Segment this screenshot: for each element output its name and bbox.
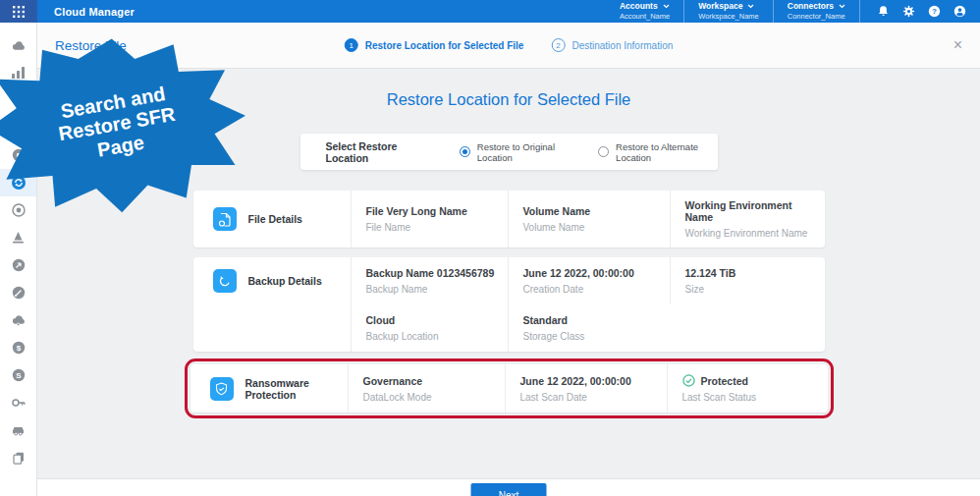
- sidebar-item-classification[interactable]: [0, 141, 36, 169]
- chevron-down-icon: [839, 4, 845, 9]
- last-scan-date-value: June 12 2022, 00:00:00: [520, 375, 659, 387]
- field-creation-date: June 12 2022, 00:00:00 Creation Date: [508, 257, 670, 304]
- file-restore-icon: [213, 207, 237, 231]
- field-backup-name: Backup Name 0123456789 Backup Name: [351, 257, 508, 304]
- backup-location-caption: Backup Location: [366, 331, 500, 342]
- volume-name-caption: Volume Name: [523, 222, 662, 233]
- backup-details-card: Backup Details Backup Name 0123456789 Ba…: [193, 257, 825, 352]
- shield-icon: [13, 93, 25, 107]
- sidebar-item-observability[interactable]: [0, 279, 36, 306]
- workspace-menu-value: Workspace_Name: [698, 12, 759, 21]
- workspace-menu[interactable]: Workspace Workspace_Name: [683, 0, 773, 23]
- close-icon[interactable]: ×: [953, 37, 962, 53]
- bar-chart-icon: [12, 67, 25, 79]
- help-icon: ?: [928, 5, 941, 18]
- key-icon: [12, 397, 26, 409]
- migration-icon: [12, 258, 26, 272]
- wizard-title: Restore File: [55, 38, 127, 53]
- sidebar-item-protection[interactable]: [0, 86, 36, 114]
- accounts-menu[interactable]: Accounts Account_Name: [606, 0, 683, 23]
- sidebar-item-compliance[interactable]: [0, 114, 36, 141]
- backup-name-caption: Backup Name: [366, 284, 500, 295]
- last-scan-date-caption: Last Scan Date: [520, 392, 659, 403]
- svg-text:S: S: [16, 371, 22, 380]
- grid-icon: [13, 6, 25, 18]
- sidebar-item-tiering[interactable]: [0, 224, 36, 251]
- main-content: Restore Location for Selected File Selec…: [37, 69, 980, 496]
- check-circle-icon: [682, 374, 695, 387]
- field-file-name: File Very Long Name File Name: [351, 191, 508, 248]
- user-icon: [953, 5, 966, 18]
- sidebar-item-backup-restore-active[interactable]: [0, 169, 36, 196]
- classification-icon: [12, 148, 26, 162]
- sidebar-item-savings[interactable]: S: [0, 361, 36, 389]
- settings-button[interactable]: [896, 0, 921, 23]
- radio-restore-alternate-label: Restore to Alternate Location: [616, 141, 717, 163]
- sidebar-item-reports[interactable]: [0, 59, 36, 86]
- sidebar-item-migration[interactable]: [0, 251, 36, 279]
- step-2-destination[interactable]: 2 Destination Information: [551, 38, 673, 52]
- field-working-environment: Working Environment Name Working Environ…: [670, 191, 825, 248]
- savings-icon: S: [12, 368, 26, 382]
- step-1-restore-location[interactable]: 1 Restore Location for Selected File: [345, 38, 524, 52]
- field-last-scan-date: June 12 2022, 00:00:00 Last Scan Date: [505, 364, 667, 413]
- svg-text:?: ?: [932, 7, 937, 16]
- next-button[interactable]: Next: [471, 483, 547, 496]
- radio-unselected-icon[interactable]: [598, 146, 609, 157]
- ransomware-protection-card: Ransomware Protection Governance DataLoc…: [191, 364, 828, 413]
- dollar-icon: $: [12, 341, 26, 355]
- connectors-menu-value: Connector_Name: [788, 12, 845, 21]
- notifications-button[interactable]: [870, 0, 896, 23]
- radio-selected-icon[interactable]: [460, 146, 470, 157]
- radio-restore-original[interactable]: Restore to Original Location: [460, 141, 574, 163]
- sidebar-item-copies[interactable]: [0, 444, 36, 471]
- datalock-mode-caption: DataLock Mode: [363, 392, 497, 403]
- backup-location-value: Cloud: [366, 314, 500, 326]
- field-last-scan-status: Protected Last Scan Status: [667, 364, 822, 413]
- page-title: Restore Location for Selected File: [37, 90, 980, 109]
- step-1-number: 1: [345, 38, 358, 52]
- wizard-footer: Next: [37, 478, 980, 496]
- step-1-label: Restore Location for Selected File: [365, 40, 524, 51]
- sidebar-item-cloud-insights[interactable]: [0, 306, 36, 334]
- backup-name-value: Backup Name 0123456789: [366, 267, 500, 279]
- file-details-card: File Details File Very Long Name File Na…: [193, 191, 825, 248]
- wizard-header: Restore File 1 Restore Location for Sele…: [37, 23, 980, 69]
- storage-class-value: Standard: [523, 314, 662, 326]
- sidebar-item-keys[interactable]: [0, 389, 36, 416]
- help-button[interactable]: ?: [921, 0, 947, 23]
- sidebar-item-governance[interactable]: [0, 196, 36, 224]
- ransomware-protection-label: Ransomware Protection: [245, 377, 348, 401]
- sidebar-item-cost[interactable]: $: [0, 334, 36, 361]
- file-name-value: File Very Long Name: [366, 205, 500, 217]
- sidebar-item-canvas[interactable]: [0, 31, 36, 59]
- backup-details-label: Backup Details: [248, 275, 322, 287]
- field-backup-location: Cloud Backup Location: [351, 304, 508, 352]
- connectors-menu-label: Connectors: [788, 2, 834, 11]
- field-datalock-mode: Governance DataLock Mode: [348, 364, 505, 413]
- sidebar-item-mobility[interactable]: [0, 416, 36, 444]
- user-menu-button[interactable]: [947, 0, 972, 23]
- file-name-caption: File Name: [366, 222, 500, 233]
- step-2-number: 2: [551, 38, 565, 52]
- svg-text:$: $: [16, 344, 21, 353]
- connectors-menu[interactable]: Connectors Connector_Name: [773, 0, 859, 23]
- accounts-menu-label: Accounts: [620, 2, 658, 11]
- cloud-wifi-icon: [11, 314, 26, 326]
- app-launcher-button[interactable]: [0, 0, 37, 23]
- field-size: 12.124 TiB Size: [670, 257, 825, 304]
- radio-restore-alternate[interactable]: Restore to Alternate Location: [598, 141, 717, 163]
- storage-class-caption: Storage Class: [523, 331, 662, 342]
- bell-icon: [877, 5, 890, 18]
- last-scan-status-caption: Last Scan Status: [682, 392, 814, 403]
- cloud-icon: [11, 40, 26, 51]
- workspace-menu-label: Workspace: [698, 2, 742, 11]
- app-title: Cloud Manager: [54, 6, 135, 18]
- radio-restore-original-label: Restore to Original Location: [477, 141, 574, 163]
- select-restore-location-card: Select Restore Location Restore to Origi…: [300, 134, 718, 170]
- field-volume-name: Volume Name Volume Name: [508, 191, 670, 248]
- creation-date-caption: Creation Date: [523, 284, 662, 295]
- chevron-down-icon: [747, 4, 754, 9]
- gauge-icon: [12, 286, 26, 300]
- step-2-label: Destination Information: [572, 40, 673, 51]
